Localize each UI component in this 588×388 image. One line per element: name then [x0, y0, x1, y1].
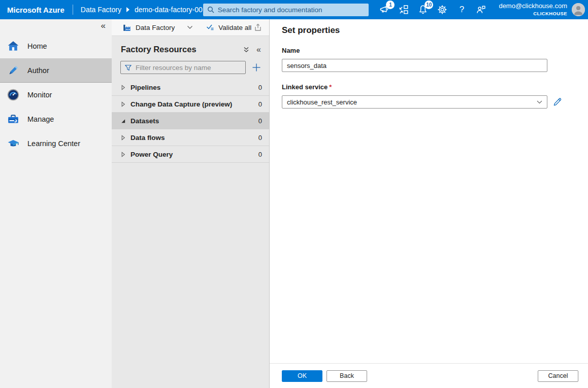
sidebar-item-monitor[interactable]: Monitor: [0, 83, 112, 107]
sidebar-item-home[interactable]: Home: [0, 34, 112, 58]
notifications-button[interactable]: 10: [417, 3, 429, 16]
tree-item-count: 0: [258, 117, 262, 125]
linked-service-label-text: Linked service: [282, 83, 328, 91]
person-feedback-icon: [476, 5, 486, 15]
export-arrow-icon: [254, 23, 262, 31]
tree-item-count: 0: [258, 84, 262, 91]
panel-title: Set properties: [282, 25, 588, 36]
account-email: demo@clickhouse.com: [499, 2, 567, 11]
help-button[interactable]: ?: [455, 3, 468, 16]
export-template-button[interactable]: [254, 23, 262, 31]
tree-item-datasets[interactable]: Datasets 0: [112, 113, 269, 129]
add-resource-button[interactable]: [250, 61, 263, 74]
topbar-search[interactable]: [203, 4, 369, 16]
chevron-right-icon: [120, 84, 127, 91]
author-pencil-icon: [7, 64, 20, 77]
explorer-toolbar: Data Factory Validate all: [112, 19, 269, 36]
filter-input[interactable]: [136, 64, 242, 72]
sidebar-item-author[interactable]: Author: [0, 58, 112, 83]
breadcrumb-arrow-icon: [126, 7, 129, 12]
name-label: Name: [282, 47, 588, 54]
filter-funnel-icon: [124, 64, 132, 72]
collapse-panel-button[interactable]: «: [256, 46, 261, 54]
chevron-down-icon: [537, 100, 542, 104]
sidebar-item-label: Manage: [27, 115, 54, 123]
account-info[interactable]: demo@clickhouse.com CLICKHOUSE: [499, 2, 567, 17]
factory-explorer: Data Factory Validate all Factory Resour…: [112, 19, 270, 388]
sidebar-item-label: Author: [27, 66, 49, 75]
panel-footer: OK Back Cancel: [270, 363, 588, 388]
filter-box[interactable]: [120, 61, 246, 74]
validate-all-button[interactable]: Validate all: [206, 23, 251, 31]
resources-header: Factory Resources «: [112, 36, 269, 54]
manage-toolbox-icon: [7, 113, 20, 126]
tree-item-label: Data flows: [130, 134, 258, 142]
topbar: Microsoft Azure Data Factory demo-data-f…: [0, 0, 588, 19]
linked-service-row: clickhouse_rest_service: [282, 95, 588, 109]
data-factory-menu-label: Data Factory: [136, 24, 175, 31]
back-button[interactable]: Back: [326, 370, 367, 382]
topbar-divider: [73, 5, 73, 15]
question-mark-icon: ?: [460, 5, 464, 15]
tree-item-count: 0: [258, 151, 262, 158]
monitor-gauge-icon: [7, 88, 20, 101]
linked-service-dropdown[interactable]: clickhouse_rest_service: [282, 95, 547, 109]
tree-item-label: Power Query: [130, 151, 258, 158]
switch-factory-button[interactable]: [398, 3, 410, 16]
search-icon: [207, 6, 214, 13]
account-tenant: CLICKHOUSE: [499, 11, 567, 17]
factory-icon: [123, 23, 132, 32]
set-properties-panel: Set properties Name Linked service* clic…: [270, 19, 588, 388]
feedback-button[interactable]: [475, 3, 487, 16]
left-nav-items: Home Author: [0, 34, 112, 156]
ok-button[interactable]: OK: [282, 370, 322, 382]
collapse-all-button[interactable]: [243, 46, 250, 53]
avatar[interactable]: [572, 3, 585, 16]
name-input[interactable]: [282, 59, 547, 72]
collapse-sidebar-button[interactable]: «: [99, 20, 108, 31]
tree-item-count: 0: [258, 100, 262, 108]
azure-brand[interactable]: Microsoft Azure: [0, 6, 73, 14]
set-properties-form: Set properties Name Linked service* clic…: [270, 19, 588, 109]
breadcrumb-app[interactable]: Data Factory: [81, 6, 121, 14]
chevron-right-icon: [120, 101, 127, 108]
chevron-down-icon: [187, 25, 193, 29]
sidebar-item-label: Monitor: [27, 91, 52, 99]
linked-service-label: Linked service*: [282, 83, 588, 91]
switch-windows-icon: [399, 5, 409, 15]
sidebar-item-manage[interactable]: Manage: [0, 107, 112, 131]
factory-resources-tree: Pipelines 0 Change Data Capture (preview…: [112, 79, 269, 163]
tree-item-change-data-capture[interactable]: Change Data Capture (preview) 0: [112, 96, 269, 113]
announcements-badge: 1: [386, 1, 395, 9]
validate-all-label: Validate all: [218, 24, 251, 31]
tree-item-power-query[interactable]: Power Query 0: [112, 146, 269, 163]
tree-item-label: Datasets: [130, 117, 258, 125]
cancel-button[interactable]: Cancel: [538, 370, 578, 382]
edit-linked-service-button[interactable]: [553, 97, 562, 107]
settings-button[interactable]: [436, 3, 448, 16]
pencil-icon: [553, 97, 562, 107]
left-nav: « Home: [0, 19, 112, 388]
tree-item-pipelines[interactable]: Pipelines 0: [112, 79, 269, 96]
required-marker: *: [329, 83, 332, 91]
data-factory-menu[interactable]: Data Factory: [123, 23, 193, 32]
double-chevron-down-icon: [243, 46, 250, 53]
announcements-button[interactable]: 1: [378, 3, 390, 16]
chevron-right-icon: [120, 151, 127, 158]
learning-cap-icon: [7, 137, 20, 150]
tree-item-label: Change Data Capture (preview): [130, 100, 258, 108]
sidebar-item-label: Home: [27, 42, 47, 50]
tree-item-label: Pipelines: [130, 84, 258, 91]
search-input[interactable]: [218, 6, 365, 14]
resources-title: Factory Resources: [121, 45, 236, 54]
sidebar-item-learning-center[interactable]: Learning Center: [0, 131, 112, 156]
plus-icon: [251, 62, 262, 73]
tree-item-data-flows[interactable]: Data flows 0: [112, 129, 269, 146]
home-icon: [7, 40, 20, 53]
linked-service-value: clickhouse_rest_service: [287, 98, 357, 106]
sidebar-item-label: Learning Center: [27, 139, 80, 148]
gear-icon: [437, 5, 447, 15]
notifications-badge: 10: [424, 1, 433, 9]
tree-item-count: 0: [258, 134, 262, 142]
avatar-person-icon: [572, 3, 585, 16]
